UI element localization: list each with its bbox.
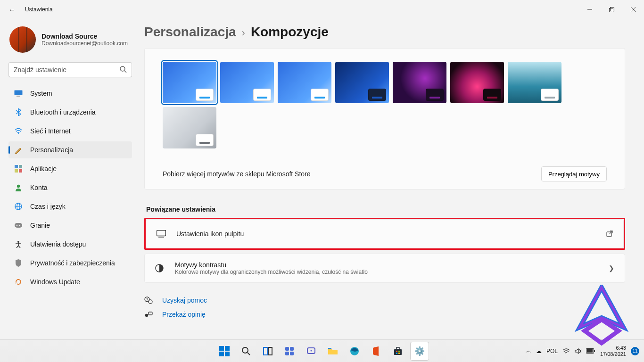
svg-rect-45 xyxy=(396,351,397,352)
start-button[interactable] xyxy=(215,342,234,361)
sidebar-item-10[interactable]: Windows Update xyxy=(8,273,132,290)
theme-option-3[interactable] xyxy=(335,62,389,103)
sidebar-item-7[interactable]: Granie xyxy=(8,217,132,234)
chat-button[interactable] xyxy=(302,342,321,361)
edge-icon xyxy=(350,346,359,356)
store-icon xyxy=(393,346,403,356)
store-button[interactable] xyxy=(388,342,407,361)
language-indicator[interactable]: POL xyxy=(546,348,558,354)
theme-option-0[interactable] xyxy=(163,62,216,103)
svg-point-19 xyxy=(17,225,17,226)
svg-rect-44 xyxy=(396,347,399,349)
nav-label: Czas i język xyxy=(30,203,66,210)
minimize-button[interactable] xyxy=(579,0,601,19)
search-icon xyxy=(241,346,251,356)
svg-rect-30 xyxy=(149,312,152,315)
sidebar-item-4[interactable]: Aplikacje xyxy=(8,160,132,177)
windows-icon xyxy=(219,346,230,356)
svg-rect-37 xyxy=(285,352,289,355)
sidebar-item-6[interactable]: Czas i język xyxy=(8,198,132,215)
contrast-icon xyxy=(155,264,165,272)
sidebar-item-3[interactable]: Personalizacja xyxy=(8,141,132,158)
minimize-icon xyxy=(587,7,592,12)
nav-label: Aplikacje xyxy=(30,165,57,173)
theme-option-5[interactable] xyxy=(450,62,504,103)
svg-rect-2 xyxy=(610,7,614,11)
feedback-icon xyxy=(144,311,154,318)
theme-option-4[interactable] xyxy=(393,62,446,103)
window-title: Ustawienia xyxy=(25,6,53,13)
maximize-button[interactable] xyxy=(601,0,622,19)
related-settings-title: Powiązane ustawienia xyxy=(146,206,625,213)
explorer-button[interactable] xyxy=(323,342,342,361)
svg-rect-12 xyxy=(15,169,18,173)
widgets-button[interactable] xyxy=(280,342,299,361)
edge-button[interactable] xyxy=(345,342,364,361)
desktop-icon-settings-row[interactable]: Ustawienia ikon pulpitu xyxy=(146,219,624,248)
taskbar-search-button[interactable] xyxy=(237,342,256,361)
svg-rect-48 xyxy=(398,353,400,354)
battery-icon[interactable] xyxy=(586,348,595,354)
settings-button[interactable]: ⚙️ xyxy=(410,342,429,361)
svg-point-14 xyxy=(17,185,20,188)
account-block[interactable]: Download Source Downloadsourcenet@outloo… xyxy=(8,25,135,62)
sidebar-item-0[interactable]: System xyxy=(8,85,132,102)
nav-icon xyxy=(14,184,23,191)
theme-option-2[interactable] xyxy=(278,62,331,103)
sidebar-item-8[interactable]: Ułatwienia dostępu xyxy=(8,236,132,253)
nav-label: System xyxy=(30,90,52,97)
nav-label: Sieć i Internet xyxy=(30,127,71,135)
taskbar-right: ︿ ☁ POL 6:43 17/08/2021 11 xyxy=(526,345,644,357)
theme-option-6[interactable] xyxy=(508,62,561,103)
svg-rect-52 xyxy=(594,350,595,352)
svg-rect-34 xyxy=(268,347,272,355)
external-link-icon xyxy=(606,230,613,237)
theme-option-1[interactable] xyxy=(220,62,274,103)
breadcrumb-current: Kompozycje xyxy=(251,25,329,40)
svg-rect-8 xyxy=(17,96,20,97)
svg-point-31 xyxy=(242,347,248,353)
breadcrumb-parent[interactable]: Personalizacja xyxy=(144,25,236,40)
chat-icon xyxy=(306,346,316,356)
svg-rect-10 xyxy=(15,165,18,168)
onedrive-icon[interactable]: ☁ xyxy=(536,348,542,354)
titlebar: ← Ustawienia xyxy=(0,0,644,19)
svg-rect-36 xyxy=(290,347,294,351)
svg-point-29 xyxy=(145,314,148,317)
search-icon xyxy=(120,66,127,73)
svg-point-40 xyxy=(311,350,312,351)
svg-point-21 xyxy=(17,241,19,243)
notification-badge[interactable]: 11 xyxy=(631,347,639,355)
clock[interactable]: 6:43 17/08/2021 xyxy=(600,345,626,357)
account-email: Downloadsourcenet@outlook.com xyxy=(41,40,128,47)
close-button[interactable] xyxy=(622,0,644,19)
get-help-link[interactable]: ? Uzyskaj pomoc xyxy=(144,293,625,307)
svg-rect-11 xyxy=(19,165,22,168)
search-input[interactable]: Znajdź ustawienie xyxy=(8,62,132,77)
close-icon xyxy=(631,7,636,12)
nav-label: Prywatność i zabezpieczenia xyxy=(30,259,115,267)
gear-icon: ⚙️ xyxy=(414,346,425,356)
nav-label: Windows Update xyxy=(30,278,80,286)
theme-option-7[interactable] xyxy=(163,107,216,148)
task-view-button[interactable] xyxy=(258,342,277,361)
tray-chevron-icon[interactable]: ︿ xyxy=(526,347,531,355)
sidebar-item-5[interactable]: Konta xyxy=(8,179,132,196)
contrast-themes-row[interactable]: Motywy kontrastu Kolorowe motywy dla ogr… xyxy=(144,254,625,283)
give-feedback-link[interactable]: Przekaż opinię xyxy=(144,307,625,321)
chevron-right-icon: ❯ xyxy=(609,264,614,272)
nav-icon xyxy=(14,259,23,267)
sidebar-item-9[interactable]: Prywatność i zabezpieczenia xyxy=(8,255,132,272)
avatar xyxy=(9,26,36,53)
nav-icon xyxy=(14,203,23,210)
wifi-icon[interactable] xyxy=(562,348,570,354)
nav-label: Bluetooth i urządzenia xyxy=(30,108,96,116)
office-button[interactable] xyxy=(367,342,386,361)
svg-point-20 xyxy=(19,225,20,226)
nav-icon xyxy=(14,222,23,228)
browse-themes-button[interactable]: Przeglądaj motywy xyxy=(541,166,607,181)
volume-icon[interactable] xyxy=(575,348,581,354)
back-button[interactable]: ← xyxy=(8,6,16,14)
sidebar-item-2[interactable]: Sieć i Internet xyxy=(8,123,132,140)
sidebar-item-1[interactable]: Bluetooth i urządzenia xyxy=(8,104,132,121)
